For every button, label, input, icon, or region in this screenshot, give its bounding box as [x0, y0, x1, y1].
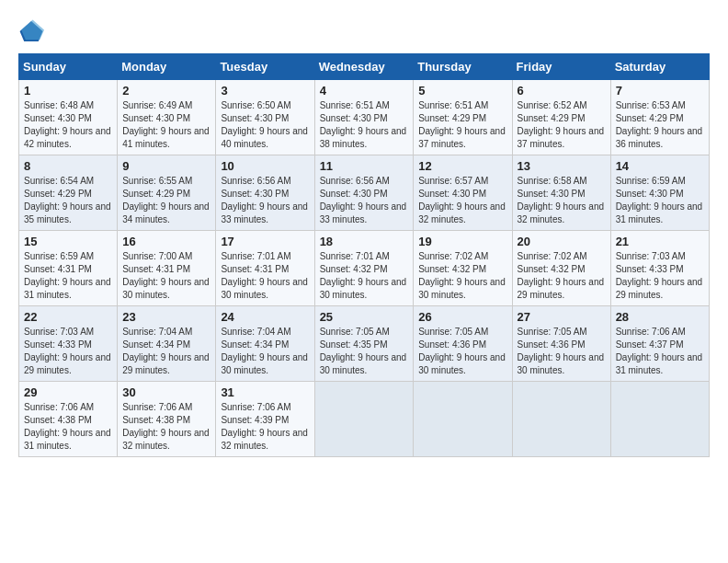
day-header-sunday: Sunday: [19, 54, 118, 80]
sunrise-label: Sunrise: 7:06 AM: [24, 402, 94, 412]
sunset-label: Sunset: 4:31 PM: [221, 264, 289, 274]
daylight-label: Daylight: 9 hours and 33 minutes.: [320, 201, 407, 224]
sunrise-label: Sunrise: 6:51 AM: [320, 100, 390, 110]
sunrise-label: Sunrise: 7:00 AM: [122, 251, 192, 261]
day-info: Sunrise: 7:05 AM Sunset: 4:36 PM Dayligh…: [518, 326, 606, 377]
sunset-label: Sunset: 4:33 PM: [616, 264, 684, 274]
day-number: 3: [221, 84, 309, 98]
calendar-day-cell: 14 Sunrise: 6:59 AM Sunset: 4:30 PM Dayl…: [610, 155, 709, 231]
day-info: Sunrise: 6:56 AM Sunset: 4:30 PM Dayligh…: [320, 175, 409, 226]
svg-marker-1: [21, 20, 44, 40]
calendar-day-cell: 1 Sunrise: 6:48 AM Sunset: 4:30 PM Dayli…: [19, 80, 118, 155]
day-info: Sunrise: 7:06 AM Sunset: 4:39 PM Dayligh…: [221, 401, 309, 453]
day-info: Sunrise: 7:04 AM Sunset: 4:34 PM Dayligh…: [221, 326, 309, 377]
daylight-label: Daylight: 9 hours and 31 minutes.: [24, 428, 111, 451]
calendar-day-cell: 28 Sunrise: 7:06 AM Sunset: 4:37 PM Dayl…: [610, 306, 709, 382]
daylight-label: Daylight: 9 hours and 30 minutes.: [221, 277, 308, 300]
calendar-week-row: 8 Sunrise: 6:54 AM Sunset: 4:29 PM Dayli…: [19, 155, 710, 231]
day-number: 7: [616, 84, 704, 98]
calendar-day-cell: [512, 382, 610, 457]
sunrise-label: Sunrise: 7:06 AM: [122, 402, 192, 412]
calendar-day-cell: 24 Sunrise: 7:04 AM Sunset: 4:34 PM Dayl…: [216, 306, 314, 382]
daylight-label: Daylight: 9 hours and 33 minutes.: [221, 201, 308, 224]
daylight-label: Daylight: 9 hours and 32 minutes.: [418, 201, 506, 224]
sunrise-label: Sunrise: 7:05 AM: [320, 327, 390, 337]
calendar-week-row: 29 Sunrise: 7:06 AM Sunset: 4:38 PM Dayl…: [19, 382, 710, 457]
day-info: Sunrise: 7:06 AM Sunset: 4:37 PM Dayligh…: [616, 326, 704, 377]
sunset-label: Sunset: 4:39 PM: [221, 415, 289, 425]
day-info: Sunrise: 7:06 AM Sunset: 4:38 PM Dayligh…: [24, 401, 112, 453]
calendar-day-cell: 5 Sunrise: 6:51 AM Sunset: 4:29 PM Dayli…: [414, 80, 512, 155]
daylight-label: Daylight: 9 hours and 31 minutes.: [24, 277, 111, 300]
sunset-label: Sunset: 4:30 PM: [320, 113, 388, 123]
sunset-label: Sunset: 4:30 PM: [320, 189, 388, 199]
day-info: Sunrise: 6:58 AM Sunset: 4:30 PM Dayligh…: [518, 175, 606, 226]
sunset-label: Sunset: 4:31 PM: [24, 264, 92, 274]
sunset-label: Sunset: 4:37 PM: [616, 339, 684, 350]
calendar-day-cell: 19 Sunrise: 7:02 AM Sunset: 4:32 PM Dayl…: [414, 231, 512, 306]
sunrise-label: Sunrise: 7:01 AM: [221, 251, 290, 261]
sunrise-label: Sunrise: 6:58 AM: [518, 176, 587, 186]
sunset-label: Sunset: 4:30 PM: [221, 113, 289, 123]
sunset-label: Sunset: 4:35 PM: [320, 339, 388, 350]
daylight-label: Daylight: 9 hours and 30 minutes.: [418, 277, 506, 300]
day-number: 25: [320, 310, 409, 324]
day-info: Sunrise: 7:01 AM Sunset: 4:31 PM Dayligh…: [221, 250, 309, 302]
daylight-label: Daylight: 9 hours and 30 minutes.: [320, 277, 407, 300]
sunset-label: Sunset: 4:34 PM: [221, 339, 289, 350]
day-number: 15: [24, 235, 112, 248]
day-number: 4: [320, 84, 409, 98]
daylight-label: Daylight: 9 hours and 32 minutes.: [221, 428, 308, 451]
day-header-thursday: Thursday: [414, 54, 512, 80]
calendar-day-cell: [414, 382, 512, 457]
day-info: Sunrise: 7:02 AM Sunset: 4:32 PM Dayligh…: [418, 250, 506, 302]
daylight-label: Daylight: 9 hours and 29 minutes.: [24, 352, 111, 375]
calendar-day-cell: 18 Sunrise: 7:01 AM Sunset: 4:32 PM Dayl…: [314, 231, 414, 306]
day-number: 19: [418, 235, 506, 248]
calendar-day-cell: [610, 382, 709, 457]
calendar-day-cell: 21 Sunrise: 7:03 AM Sunset: 4:33 PM Dayl…: [610, 231, 709, 306]
sunset-label: Sunset: 4:36 PM: [518, 339, 586, 350]
day-info: Sunrise: 6:50 AM Sunset: 4:30 PM Dayligh…: [221, 99, 309, 151]
daylight-label: Daylight: 9 hours and 38 minutes.: [320, 126, 407, 149]
calendar-day-cell: 8 Sunrise: 6:54 AM Sunset: 4:29 PM Dayli…: [19, 155, 118, 231]
sunset-label: Sunset: 4:30 PM: [616, 189, 684, 199]
calendar-day-cell: 27 Sunrise: 7:05 AM Sunset: 4:36 PM Dayl…: [512, 306, 610, 382]
day-info: Sunrise: 6:55 AM Sunset: 4:29 PM Dayligh…: [122, 175, 210, 226]
day-header-tuesday: Tuesday: [216, 54, 314, 80]
sunset-label: Sunset: 4:38 PM: [24, 415, 92, 425]
daylight-label: Daylight: 9 hours and 32 minutes.: [518, 201, 605, 224]
calendar-header-row: SundayMondayTuesdayWednesdayThursdayFrid…: [19, 54, 710, 80]
day-number: 21: [616, 235, 704, 248]
sunrise-label: Sunrise: 6:56 AM: [320, 176, 390, 186]
sunrise-label: Sunrise: 6:57 AM: [418, 176, 488, 186]
calendar-week-row: 15 Sunrise: 6:59 AM Sunset: 4:31 PM Dayl…: [19, 231, 710, 306]
daylight-label: Daylight: 9 hours and 32 minutes.: [122, 428, 210, 451]
day-info: Sunrise: 6:54 AM Sunset: 4:29 PM Dayligh…: [24, 175, 112, 226]
calendar-table: SundayMondayTuesdayWednesdayThursdayFrid…: [18, 53, 710, 457]
sunset-label: Sunset: 4:30 PM: [122, 113, 190, 123]
day-info: Sunrise: 6:48 AM Sunset: 4:30 PM Dayligh…: [24, 99, 112, 151]
day-number: 2: [122, 84, 210, 98]
daylight-label: Daylight: 9 hours and 31 minutes.: [616, 352, 703, 375]
sunrise-label: Sunrise: 7:01 AM: [320, 251, 390, 261]
daylight-label: Daylight: 9 hours and 37 minutes.: [518, 126, 605, 149]
logo-icon: [18, 18, 44, 44]
daylight-label: Daylight: 9 hours and 30 minutes.: [418, 352, 506, 375]
daylight-label: Daylight: 9 hours and 35 minutes.: [24, 201, 111, 224]
sunset-label: Sunset: 4:29 PM: [616, 113, 684, 123]
sunset-label: Sunset: 4:30 PM: [418, 189, 486, 199]
sunrise-label: Sunrise: 7:02 AM: [518, 251, 587, 261]
calendar-day-cell: 6 Sunrise: 6:52 AM Sunset: 4:29 PM Dayli…: [512, 80, 610, 155]
sunrise-label: Sunrise: 6:50 AM: [221, 100, 290, 110]
day-number: 14: [616, 159, 704, 173]
sunset-label: Sunset: 4:30 PM: [221, 189, 289, 199]
sunrise-label: Sunrise: 6:52 AM: [518, 100, 587, 110]
day-header-friday: Friday: [512, 54, 610, 80]
calendar-day-cell: 11 Sunrise: 6:56 AM Sunset: 4:30 PM Dayl…: [314, 155, 414, 231]
sunrise-label: Sunrise: 7:03 AM: [24, 327, 94, 337]
sunset-label: Sunset: 4:30 PM: [24, 113, 92, 123]
day-number: 31: [221, 385, 309, 399]
day-info: Sunrise: 7:05 AM Sunset: 4:36 PM Dayligh…: [418, 326, 506, 377]
sunset-label: Sunset: 4:31 PM: [122, 264, 190, 274]
